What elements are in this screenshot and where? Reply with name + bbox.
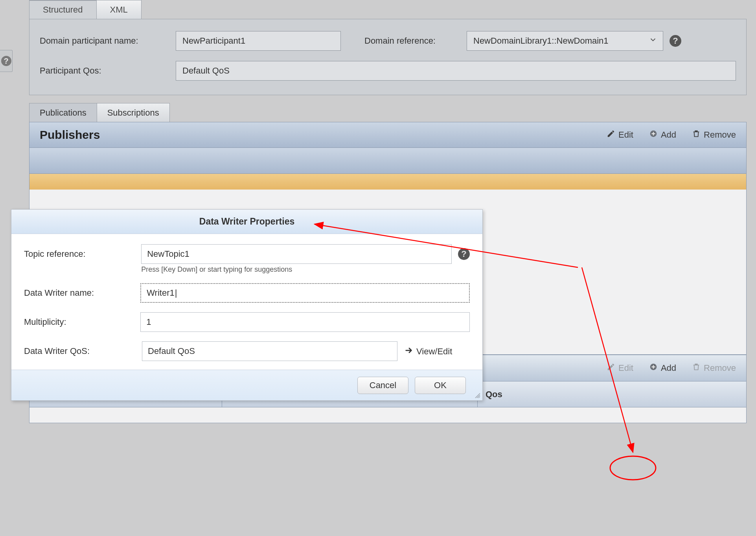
topic-reference-label: Topic reference: xyxy=(24,244,141,259)
add-label: Add xyxy=(661,130,676,140)
side-help-tab[interactable]: ? xyxy=(0,50,13,72)
plus-circle-icon xyxy=(649,363,658,374)
trash-icon xyxy=(692,129,701,140)
domain-reference-value: NewDomainLibrary1::NewDomain1 xyxy=(473,36,609,46)
arrow-right-icon xyxy=(405,346,413,357)
dialog-title: Data Writer Properties xyxy=(11,210,482,234)
view-edit-label: View/Edit xyxy=(416,346,452,357)
data-writers-remove-button[interactable]: Remove xyxy=(692,363,736,374)
plus-circle-icon xyxy=(649,129,658,140)
data-writers-edit-button[interactable]: Edit xyxy=(607,363,633,374)
multiplicity-label: Multiplicity: xyxy=(24,312,140,327)
participant-qos-label: Participant Qos: xyxy=(40,66,176,76)
view-edit-button[interactable]: View/Edit xyxy=(405,341,452,357)
help-icon[interactable]: ? xyxy=(458,248,470,260)
remove-label: Remove xyxy=(704,130,736,140)
tab-xml[interactable]: XML xyxy=(97,0,142,19)
col-qos: Qos xyxy=(478,381,746,407)
multiplicity-input[interactable]: 1 xyxy=(140,312,470,332)
tab-structured[interactable]: Structured xyxy=(29,0,97,19)
help-icon: ? xyxy=(1,56,11,66)
writer-qos-input[interactable]: Default QoS xyxy=(142,341,397,361)
publishers-selected-row[interactable] xyxy=(29,174,747,190)
publishers-columns-row xyxy=(29,148,747,174)
trash-icon xyxy=(692,363,701,374)
remove-label: Remove xyxy=(704,363,736,373)
cancel-button[interactable]: Cancel xyxy=(357,377,408,394)
writer-name-input[interactable]: Writer1 xyxy=(140,283,470,303)
subtabs: Publications Subscriptions xyxy=(29,103,747,122)
writer-qos-label: Data Writer QoS: xyxy=(24,341,142,356)
pencil-icon xyxy=(607,129,615,140)
participant-form: Domain participant name: NewParticipant1… xyxy=(29,19,747,95)
chevron-down-icon xyxy=(649,35,657,46)
add-label: Add xyxy=(661,363,676,373)
topic-reference-input[interactable]: NewTopic1 xyxy=(141,244,452,264)
publishers-header: Publishers Edit Add Remove xyxy=(29,122,747,148)
participant-name-label: Domain participant name: xyxy=(40,36,176,46)
publishers-add-button[interactable]: Add xyxy=(649,129,676,140)
edit-label: Edit xyxy=(618,130,633,140)
domain-reference-select[interactable]: NewDomainLibrary1::NewDomain1 xyxy=(467,31,663,51)
resize-grip-icon[interactable] xyxy=(475,392,481,399)
data-writers-add-button[interactable]: Add xyxy=(649,363,676,374)
participant-qos-input[interactable]: Default QoS xyxy=(176,61,736,81)
writer-name-label: Data Writer name: xyxy=(24,283,140,298)
publishers-edit-button[interactable]: Edit xyxy=(607,129,633,140)
publishers-remove-button[interactable]: Remove xyxy=(692,129,736,140)
topic-reference-hint: Press [Key Down] or start typing for sug… xyxy=(141,265,452,274)
help-icon[interactable]: ? xyxy=(670,35,681,47)
data-writer-properties-dialog: Data Writer Properties Topic reference: … xyxy=(11,209,483,401)
tab-subscriptions[interactable]: Subscriptions xyxy=(97,103,170,122)
pencil-icon xyxy=(607,363,615,374)
tab-publications[interactable]: Publications xyxy=(29,103,97,122)
data-writers-body xyxy=(29,407,747,423)
publishers-title: Publishers xyxy=(40,128,100,142)
ok-button[interactable]: OK xyxy=(415,377,466,394)
domain-reference-label: Domain reference: xyxy=(364,36,459,46)
participant-name-input[interactable]: NewParticipant1 xyxy=(176,31,341,51)
top-tabs: Structured XML xyxy=(29,0,747,19)
edit-label: Edit xyxy=(618,363,633,373)
